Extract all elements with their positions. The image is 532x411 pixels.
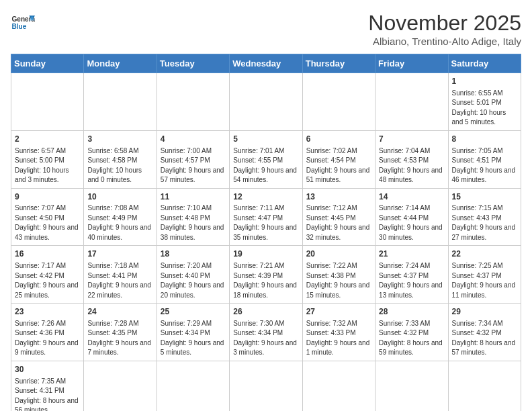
calendar-day-cell: 6Sunrise: 7:02 AM Sunset: 4:54 PM Daylig… [302, 130, 375, 188]
calendar-day-cell: 27Sunrise: 7:32 AM Sunset: 4:33 PM Dayli… [302, 304, 375, 361]
day-number: 27 [306, 306, 371, 318]
weekday-header: Monday [84, 54, 157, 73]
calendar-day-cell: 15Sunrise: 7:15 AM Sunset: 4:43 PM Dayli… [448, 188, 521, 246]
day-info: Sunrise: 7:02 AM Sunset: 4:54 PM Dayligh… [306, 146, 371, 185]
day-number: 6 [306, 134, 371, 145]
day-info: Sunrise: 7:17 AM Sunset: 4:42 PM Dayligh… [15, 261, 80, 300]
day-info: Sunrise: 7:00 AM Sunset: 4:57 PM Dayligh… [161, 146, 226, 185]
calendar-day-cell: 24Sunrise: 7:28 AM Sunset: 4:35 PM Dayli… [84, 304, 157, 361]
calendar-day-cell: 22Sunrise: 7:25 AM Sunset: 4:37 PM Dayli… [448, 246, 521, 304]
day-number: 7 [379, 134, 444, 145]
calendar-day-cell: 4Sunrise: 7:00 AM Sunset: 4:57 PM Daylig… [157, 130, 229, 188]
weekday-header: Saturday [448, 54, 521, 73]
calendar-table: SundayMondayTuesdayWednesdayThursdayFrid… [11, 54, 521, 411]
calendar-day-cell: 21Sunrise: 7:24 AM Sunset: 4:37 PM Dayli… [375, 246, 448, 304]
weekday-header: Wednesday [230, 54, 302, 73]
day-number: 26 [233, 306, 298, 318]
calendar-day-cell: 17Sunrise: 7:18 AM Sunset: 4:41 PM Dayli… [84, 246, 157, 304]
day-number: 8 [452, 134, 517, 145]
day-number: 29 [452, 306, 517, 318]
day-info: Sunrise: 7:32 AM Sunset: 4:33 PM Dayligh… [306, 319, 371, 358]
day-number: 9 [15, 191, 80, 203]
month-title: November 2025 [368, 11, 521, 36]
calendar-day-cell [302, 73, 375, 131]
calendar-day-cell: 26Sunrise: 7:30 AM Sunset: 4:34 PM Dayli… [230, 304, 302, 361]
calendar-day-cell: 28Sunrise: 7:33 AM Sunset: 4:32 PM Dayli… [375, 304, 448, 361]
day-number: 5 [233, 134, 298, 145]
calendar-day-cell: 14Sunrise: 7:14 AM Sunset: 4:44 PM Dayli… [375, 188, 448, 246]
calendar-day-cell: 10Sunrise: 7:08 AM Sunset: 4:49 PM Dayli… [84, 188, 157, 246]
calendar-day-cell [84, 361, 157, 411]
day-info: Sunrise: 7:33 AM Sunset: 4:32 PM Dayligh… [379, 319, 444, 358]
calendar-day-cell: 19Sunrise: 7:21 AM Sunset: 4:39 PM Dayli… [230, 246, 302, 304]
weekday-header: Sunday [11, 54, 84, 73]
calendar-week-row: 1Sunrise: 6:55 AM Sunset: 5:01 PM Daylig… [11, 73, 521, 131]
title-section: November 2025 Albiano, Trentino-Alto Adi… [368, 11, 521, 47]
day-info: Sunrise: 7:21 AM Sunset: 4:39 PM Dayligh… [233, 261, 298, 300]
calendar-day-cell: 13Sunrise: 7:12 AM Sunset: 4:45 PM Dayli… [302, 188, 375, 246]
day-number: 17 [87, 248, 152, 260]
day-info: Sunrise: 6:57 AM Sunset: 5:00 PM Dayligh… [15, 146, 80, 185]
day-info: Sunrise: 7:24 AM Sunset: 4:37 PM Dayligh… [379, 261, 444, 300]
calendar-day-cell: 1Sunrise: 6:55 AM Sunset: 5:01 PM Daylig… [448, 73, 521, 131]
calendar-day-cell: 2Sunrise: 6:57 AM Sunset: 5:00 PM Daylig… [11, 130, 84, 188]
calendar-day-cell: 3Sunrise: 6:58 AM Sunset: 4:58 PM Daylig… [84, 130, 157, 188]
day-info: Sunrise: 7:01 AM Sunset: 4:55 PM Dayligh… [233, 146, 298, 185]
calendar-day-cell: 29Sunrise: 7:34 AM Sunset: 4:32 PM Dayli… [448, 304, 521, 361]
calendar-day-cell [84, 73, 157, 131]
day-info: Sunrise: 7:34 AM Sunset: 4:32 PM Dayligh… [452, 319, 517, 358]
day-number: 30 [15, 364, 80, 375]
day-number: 20 [306, 248, 371, 260]
day-number: 3 [87, 134, 152, 145]
calendar-day-cell: 18Sunrise: 7:20 AM Sunset: 4:40 PM Dayli… [157, 246, 229, 304]
day-info: Sunrise: 7:04 AM Sunset: 4:53 PM Dayligh… [379, 146, 444, 185]
day-info: Sunrise: 7:14 AM Sunset: 4:44 PM Dayligh… [379, 203, 444, 242]
calendar-day-cell [157, 361, 229, 411]
day-info: Sunrise: 7:26 AM Sunset: 4:36 PM Dayligh… [15, 319, 80, 358]
weekday-header: Friday [375, 54, 448, 73]
calendar-day-cell: 7Sunrise: 7:04 AM Sunset: 4:53 PM Daylig… [375, 130, 448, 188]
day-info: Sunrise: 6:55 AM Sunset: 5:01 PM Dayligh… [452, 89, 517, 128]
calendar-week-row: 9Sunrise: 7:07 AM Sunset: 4:50 PM Daylig… [11, 188, 521, 246]
day-info: Sunrise: 7:29 AM Sunset: 4:34 PM Dayligh… [161, 319, 226, 358]
day-number: 28 [379, 306, 444, 318]
day-number: 24 [87, 306, 152, 318]
day-number: 21 [379, 248, 444, 260]
logo-icon: General Blue [11, 11, 35, 35]
calendar-day-cell [230, 73, 302, 131]
day-info: Sunrise: 7:35 AM Sunset: 4:31 PM Dayligh… [15, 377, 80, 411]
day-number: 10 [87, 191, 152, 203]
day-number: 1 [452, 76, 517, 87]
day-info: Sunrise: 7:28 AM Sunset: 4:35 PM Dayligh… [87, 319, 152, 358]
day-info: Sunrise: 6:58 AM Sunset: 4:58 PM Dayligh… [87, 146, 152, 185]
day-number: 23 [15, 306, 80, 318]
weekday-header: Tuesday [157, 54, 229, 73]
day-info: Sunrise: 7:11 AM Sunset: 4:47 PM Dayligh… [233, 203, 298, 242]
calendar-day-cell: 11Sunrise: 7:10 AM Sunset: 4:48 PM Dayli… [157, 188, 229, 246]
day-info: Sunrise: 7:25 AM Sunset: 4:37 PM Dayligh… [452, 261, 517, 300]
day-info: Sunrise: 7:08 AM Sunset: 4:49 PM Dayligh… [87, 203, 152, 242]
day-number: 2 [15, 134, 80, 145]
calendar-day-cell: 12Sunrise: 7:11 AM Sunset: 4:47 PM Dayli… [230, 188, 302, 246]
calendar-day-cell [448, 361, 521, 411]
calendar-week-row: 30Sunrise: 7:35 AM Sunset: 4:31 PM Dayli… [11, 361, 521, 411]
day-info: Sunrise: 7:10 AM Sunset: 4:48 PM Dayligh… [161, 203, 226, 242]
svg-text:Blue: Blue [11, 23, 26, 30]
calendar-day-cell: 8Sunrise: 7:05 AM Sunset: 4:51 PM Daylig… [448, 130, 521, 188]
day-info: Sunrise: 7:20 AM Sunset: 4:40 PM Dayligh… [161, 261, 226, 300]
calendar-day-cell [230, 361, 302, 411]
day-info: Sunrise: 7:07 AM Sunset: 4:50 PM Dayligh… [15, 203, 80, 242]
calendar-week-row: 23Sunrise: 7:26 AM Sunset: 4:36 PM Dayli… [11, 304, 521, 361]
day-number: 18 [161, 248, 226, 260]
day-number: 16 [15, 248, 80, 260]
weekday-header-row: SundayMondayTuesdayWednesdayThursdayFrid… [11, 54, 521, 73]
calendar-day-cell: 20Sunrise: 7:22 AM Sunset: 4:38 PM Dayli… [302, 246, 375, 304]
logo: General Blue [11, 11, 35, 35]
weekday-header: Thursday [302, 54, 375, 73]
calendar-week-row: 16Sunrise: 7:17 AM Sunset: 4:42 PM Dayli… [11, 246, 521, 304]
page-header: General Blue November 2025 Albiano, Tren… [11, 11, 521, 47]
day-number: 22 [452, 248, 517, 260]
day-number: 15 [452, 191, 517, 203]
day-info: Sunrise: 7:18 AM Sunset: 4:41 PM Dayligh… [87, 261, 152, 300]
day-info: Sunrise: 7:05 AM Sunset: 4:51 PM Dayligh… [452, 146, 517, 185]
